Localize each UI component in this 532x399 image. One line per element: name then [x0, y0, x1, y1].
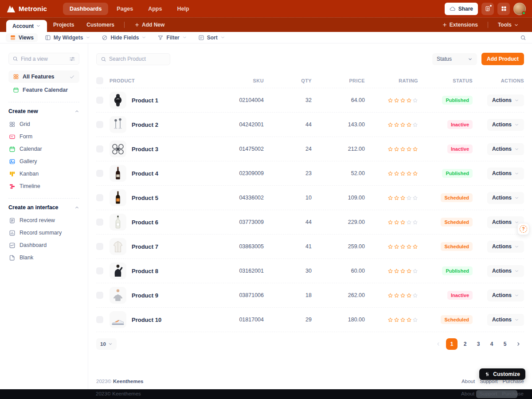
- page-button-1[interactable]: 1: [446, 338, 458, 350]
- sidebar-item-timeline[interactable]: Timeline: [8, 180, 79, 192]
- section-title-create-new[interactable]: Create new: [8, 108, 79, 114]
- product-name[interactable]: Product 5: [132, 195, 158, 201]
- row-checkbox[interactable]: [96, 267, 103, 274]
- sidebar-item-record-review[interactable]: Record review: [8, 214, 79, 227]
- row-actions-button[interactable]: Actions: [487, 241, 524, 253]
- product-name[interactable]: Product 1: [132, 97, 158, 104]
- toolbar-filter[interactable]: Filter: [153, 33, 191, 42]
- star-icon: [406, 219, 412, 225]
- product-name[interactable]: Product 2: [132, 121, 158, 128]
- toolbar-sort[interactable]: Sort: [194, 33, 229, 42]
- column-header-rating[interactable]: RATING: [365, 78, 418, 83]
- extensions-button[interactable]: Extensions: [436, 18, 484, 32]
- app-launcher-button[interactable]: [497, 3, 510, 15]
- product-search-input[interactable]: [109, 56, 166, 62]
- column-header-sku[interactable]: SKU: [211, 78, 264, 83]
- sidebar-item-gallery[interactable]: Gallery: [8, 155, 79, 168]
- column-header-price[interactable]: PRICE: [312, 78, 365, 83]
- status-filter-select[interactable]: Status: [432, 53, 477, 65]
- controls-right: Status Add Product: [432, 53, 524, 65]
- product-name[interactable]: Product 6: [132, 219, 158, 226]
- next-page-button[interactable]: [512, 338, 524, 350]
- customize-button[interactable]: Customize: [479, 368, 525, 380]
- sidebar-view-feature-calendar[interactable]: Feature Calendar: [8, 84, 79, 96]
- sidebar-item-form[interactable]: Form: [8, 130, 79, 143]
- main-content: Status Add Product PRODUCTSKUQTYPRICERAT…: [88, 43, 532, 389]
- subnav-tab-projects[interactable]: Projects: [47, 17, 80, 32]
- row-actions-button[interactable]: Actions: [487, 168, 524, 180]
- header-nav-dashboards[interactable]: Dashboards: [63, 3, 108, 15]
- notifications-button[interactable]: [481, 3, 494, 15]
- sidebar-item-grid[interactable]: Grid: [8, 118, 79, 130]
- row-actions-button[interactable]: Actions: [487, 119, 524, 131]
- page-button-3[interactable]: 3: [473, 338, 484, 350]
- toolbar-search-icon[interactable]: [520, 35, 526, 41]
- column-header-actions[interactable]: ACTIONS: [473, 78, 524, 83]
- footer-link-about[interactable]: About: [462, 379, 475, 384]
- star-icon: [412, 195, 418, 201]
- row-actions-button[interactable]: Actions: [487, 314, 524, 326]
- logo[interactable]: Metronic: [6, 5, 47, 13]
- tools-button[interactable]: Tools: [492, 18, 525, 32]
- sidebar-view-all-features[interactable]: All Features: [8, 70, 79, 83]
- select-all-checkbox[interactable]: [96, 77, 103, 84]
- product-name[interactable]: Product 8: [132, 268, 158, 274]
- product-name[interactable]: Product 4: [132, 170, 158, 177]
- star-icon: [412, 293, 418, 298]
- row-checkbox[interactable]: [96, 97, 103, 104]
- column-header-status[interactable]: STATUS: [418, 78, 473, 83]
- section-title-create-an-interface[interactable]: Create an interface: [8, 204, 79, 211]
- row-checkbox[interactable]: [96, 219, 103, 226]
- share-button[interactable]: Share: [445, 3, 478, 15]
- sidebar-item-blank[interactable]: Blank: [8, 251, 79, 264]
- sidebar-item-kanban[interactable]: Kanban: [8, 168, 79, 180]
- page-size-select[interactable]: 10: [96, 338, 117, 350]
- row-actions-button[interactable]: Actions: [487, 289, 524, 301]
- row-actions-button[interactable]: Actions: [487, 192, 524, 204]
- toolbar-hide-fields[interactable]: Hide Fields: [98, 33, 150, 42]
- sidebar-sections: Create newGridFormCalendarGalleryKanbanT…: [8, 108, 79, 264]
- product-name[interactable]: Product 9: [132, 292, 158, 299]
- row-checkbox[interactable]: [96, 170, 103, 177]
- price-value: 64.00: [312, 97, 365, 103]
- row-actions-button[interactable]: Actions: [487, 94, 524, 106]
- products-table: PRODUCTSKUQTYPRICERATINGSTATUSACTIONS Pr…: [96, 73, 524, 332]
- row-checkbox[interactable]: [96, 145, 103, 153]
- product-name[interactable]: Product 10: [132, 317, 161, 323]
- company-link[interactable]: Keenthemes: [113, 379, 143, 384]
- row-checkbox[interactable]: [96, 316, 103, 323]
- subnav-tab-account[interactable]: Account: [6, 20, 47, 32]
- toolbar-views[interactable]: Views: [6, 33, 38, 42]
- column-header-product[interactable]: PRODUCT: [110, 78, 211, 83]
- header-nav-help[interactable]: Help: [170, 3, 196, 15]
- toolbar-my-widgets[interactable]: My Widgets: [41, 33, 95, 42]
- row-checkbox[interactable]: [96, 292, 103, 299]
- find-view-input[interactable]: [21, 56, 66, 62]
- calendar-icon: [13, 87, 19, 93]
- row-checkbox[interactable]: [96, 194, 103, 201]
- row-actions-button[interactable]: Actions: [487, 265, 524, 277]
- header-nav-pages[interactable]: Pages: [110, 3, 140, 15]
- page-button-2[interactable]: 2: [459, 338, 471, 350]
- row-actions-button[interactable]: Actions: [487, 143, 524, 155]
- subnav-tab-customers[interactable]: Customers: [80, 17, 121, 32]
- product-name[interactable]: Product 3: [132, 146, 158, 153]
- row-checkbox[interactable]: [96, 243, 103, 250]
- product-name[interactable]: Product 7: [132, 243, 158, 250]
- sidebar-item-record-summary[interactable]: Record summary: [8, 227, 79, 239]
- product-search[interactable]: [96, 53, 170, 65]
- column-header-qty[interactable]: QTY: [264, 78, 312, 83]
- sidebar-item-calendar[interactable]: Calendar: [8, 143, 79, 155]
- page-button-5[interactable]: 5: [499, 338, 511, 350]
- add-new-button[interactable]: Add New: [128, 17, 171, 32]
- row-checkbox[interactable]: [96, 121, 103, 128]
- tune-icon[interactable]: [69, 56, 75, 62]
- add-product-button[interactable]: Add Product: [481, 53, 524, 65]
- user-avatar[interactable]: [513, 3, 526, 15]
- sidebar-item-dashboard[interactable]: Dashboard: [8, 239, 79, 251]
- previous-page-button[interactable]: [433, 338, 444, 350]
- find-view-search[interactable]: [8, 53, 79, 65]
- header-nav-apps[interactable]: Apps: [141, 3, 168, 15]
- page-button-4[interactable]: 4: [486, 338, 497, 350]
- help-button[interactable]: ?: [517, 223, 529, 235]
